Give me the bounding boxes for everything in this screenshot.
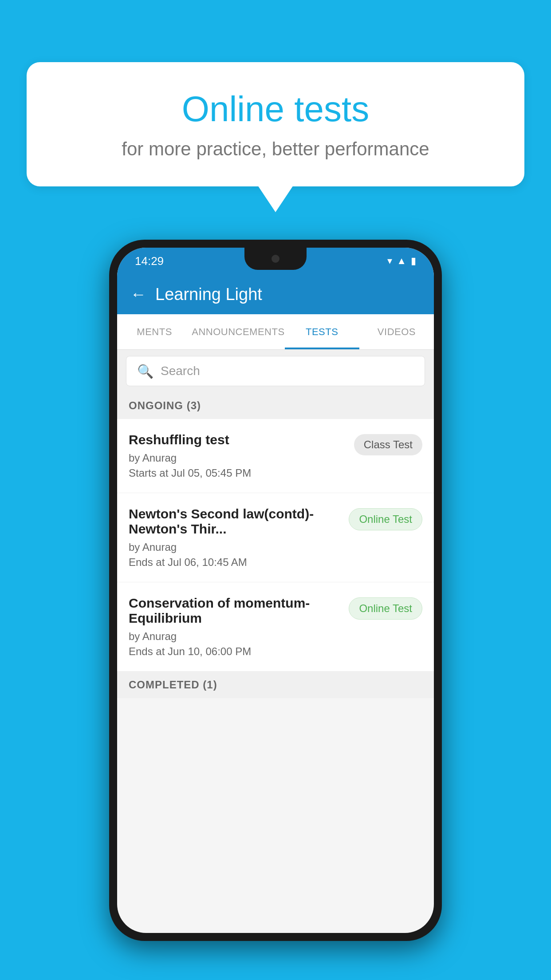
wifi-icon: ▾ bbox=[387, 255, 392, 267]
test-badge-1: Class Test bbox=[354, 434, 422, 455]
tab-announcements[interactable]: ANNOUNCEMENTS bbox=[192, 314, 284, 349]
tab-ments[interactable]: MENTS bbox=[117, 314, 192, 349]
tests-list: Reshuffling test by Anurag Starts at Jul… bbox=[117, 419, 434, 672]
speech-bubble-container: Online tests for more practice, better p… bbox=[27, 62, 524, 212]
test-name-1: Reshuffling test bbox=[129, 432, 345, 447]
app-title: Learning Light bbox=[155, 285, 262, 304]
search-icon: 🔍 bbox=[137, 364, 153, 379]
tab-tests[interactable]: TESTS bbox=[285, 314, 359, 349]
test-time-1: Starts at Jul 05, 05:45 PM bbox=[129, 467, 345, 479]
test-time-2: Ends at Jul 06, 10:45 AM bbox=[129, 556, 340, 569]
back-button[interactable]: ← bbox=[130, 285, 146, 304]
battery-icon: ▮ bbox=[411, 255, 416, 267]
tabs-bar: MENTS ANNOUNCEMENTS TESTS VIDEOS bbox=[117, 314, 434, 350]
camera-dot bbox=[272, 255, 279, 263]
speech-bubble-tail bbox=[258, 186, 293, 212]
test-badge-3: Online Test bbox=[349, 597, 422, 620]
search-placeholder: Search bbox=[161, 364, 200, 378]
phone-container: 14:29 ▾ ▲ ▮ ← Learning Light MENTS bbox=[109, 240, 442, 941]
phone-body: 14:29 ▾ ▲ ▮ ← Learning Light MENTS bbox=[109, 240, 442, 941]
test-time-3: Ends at Jun 10, 06:00 PM bbox=[129, 645, 340, 658]
test-name-2: Newton's Second law(contd)-Newton's Thir… bbox=[129, 506, 340, 537]
speech-bubble: Online tests for more practice, better p… bbox=[27, 62, 524, 186]
status-notch bbox=[244, 248, 307, 270]
test-info-3: Conservation of momentum-Equilibrium by … bbox=[129, 596, 349, 658]
test-author-2: by Anurag bbox=[129, 541, 340, 553]
status-bar: 14:29 ▾ ▲ ▮ bbox=[117, 248, 434, 274]
speech-bubble-title: Online tests bbox=[62, 89, 489, 130]
status-icons: ▾ ▲ ▮ bbox=[387, 255, 416, 267]
phone-screen: 14:29 ▾ ▲ ▮ ← Learning Light MENTS bbox=[117, 248, 434, 933]
test-info-2: Newton's Second law(contd)-Newton's Thir… bbox=[129, 506, 349, 569]
test-info-1: Reshuffling test by Anurag Starts at Jul… bbox=[129, 432, 354, 479]
ongoing-section-header: ONGOING (3) bbox=[117, 392, 434, 419]
test-author-1: by Anurag bbox=[129, 452, 345, 464]
test-item[interactable]: Reshuffling test by Anurag Starts at Jul… bbox=[117, 419, 434, 493]
completed-section-header: COMPLETED (1) bbox=[117, 672, 434, 698]
test-item-2[interactable]: Newton's Second law(contd)-Newton's Thir… bbox=[117, 493, 434, 582]
test-item-3[interactable]: Conservation of momentum-Equilibrium by … bbox=[117, 582, 434, 672]
search-container: 🔍 Search bbox=[117, 350, 434, 392]
tab-videos[interactable]: VIDEOS bbox=[359, 314, 434, 349]
search-box[interactable]: 🔍 Search bbox=[126, 356, 425, 386]
test-name-3: Conservation of momentum-Equilibrium bbox=[129, 596, 340, 626]
signal-icon: ▲ bbox=[397, 255, 406, 267]
test-author-3: by Anurag bbox=[129, 630, 340, 643]
app-bar: ← Learning Light bbox=[117, 274, 434, 314]
status-time: 14:29 bbox=[135, 254, 164, 268]
completed-label: COMPLETED (1) bbox=[129, 679, 217, 691]
test-badge-2: Online Test bbox=[349, 508, 422, 530]
ongoing-label: ONGOING (3) bbox=[129, 399, 201, 411]
speech-bubble-subtitle: for more practice, better performance bbox=[62, 138, 489, 160]
